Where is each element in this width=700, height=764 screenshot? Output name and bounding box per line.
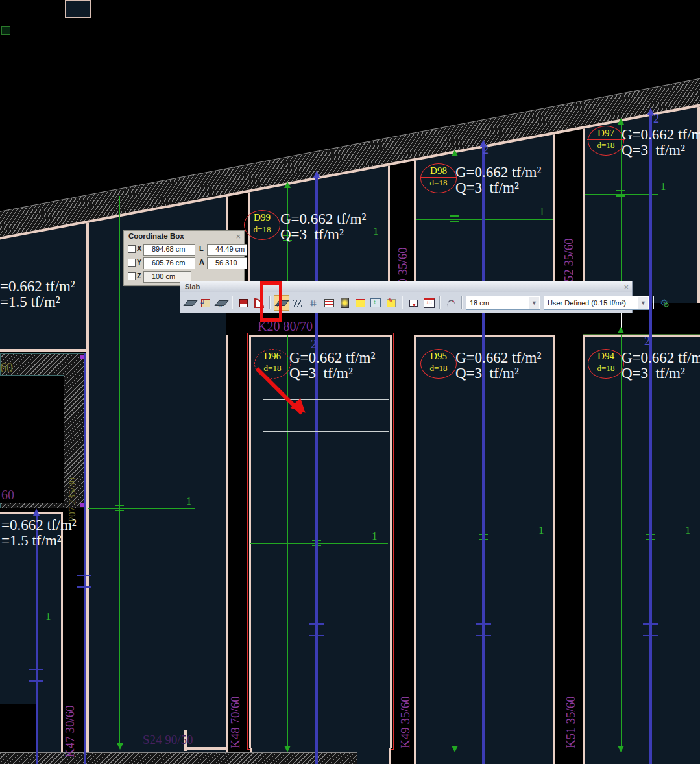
slab-boundary-icon[interactable]: [353, 296, 367, 310]
z-label: Z: [137, 272, 141, 280]
cad-canvas[interactable]: 1 1 1 1 1 1 1 1 2 2 2 2 D99 d=18 G=0.662…: [0, 0, 700, 764]
slab-tag-divider: [587, 363, 625, 363]
span-arrow-down: [452, 746, 458, 752]
slab-dead-load: G=0.662 tf/m²: [289, 350, 375, 366]
slab-edit-icon[interactable]: ✎: [384, 296, 398, 310]
axis-line: [0, 625, 61, 625]
axis-line: [416, 219, 553, 220]
coordinate-box-window[interactable]: Coordinate Box × X 894.68 cm L 44.49 cm …: [123, 230, 245, 286]
slab-thickness: d=18: [245, 224, 280, 235]
axis-number: 1: [372, 530, 378, 543]
x-lock-checkbox[interactable]: [128, 245, 136, 253]
slab-node-icon[interactable]: ▾: [406, 296, 420, 310]
slab-live-load: Q=3 tf/m²: [622, 366, 685, 381]
slab-tag-d94[interactable]: D94 d=18: [588, 349, 624, 379]
span-break: [643, 623, 658, 625]
slab-dead-load: G=0.662 tf/m²: [455, 350, 541, 366]
slab-live-load-cut: =1.5 tf/m²: [0, 294, 60, 310]
slab-load-value: User Defined (0.15 tf/m²): [548, 299, 626, 307]
axis-number: 1: [45, 610, 51, 623]
slab-live-load: Q=3 tf/m²: [455, 366, 519, 381]
span-direction-line: [84, 353, 86, 764]
y-label: Y: [137, 258, 141, 266]
toolbar-separator: [402, 296, 403, 309]
span-direction-arrow: [313, 171, 320, 178]
slab-dead-load: G=0.662 tf/m²: [622, 127, 700, 143]
x-value-field[interactable]: 894.68 cm: [143, 244, 195, 256]
slab-tag-d95[interactable]: D95 d=18: [420, 349, 457, 379]
close-icon[interactable]: ×: [235, 232, 241, 241]
slab-thickness-dropdown[interactable]: 18 cm ▼: [466, 296, 540, 310]
span-axis-line: [621, 335, 622, 750]
span-arrow-down: [117, 743, 123, 750]
stairs-icon[interactable]: [322, 296, 336, 310]
beam-label-cut: 60: [1, 488, 14, 503]
axis-number: 2: [483, 143, 489, 157]
slab-load-dropdown[interactable]: User Defined (0.15 tf/m²) ▼: [544, 296, 649, 310]
close-icon[interactable]: ×: [623, 283, 629, 291]
span-arrow-up: [618, 118, 624, 125]
beam-label-k51: K51 35/60: [564, 686, 578, 748]
slab-section-icon[interactable]: [236, 296, 250, 310]
slab-id: D98: [421, 164, 456, 177]
slab-id: D96: [255, 350, 290, 363]
slab-dimensions-icon[interactable]: ↔: [214, 296, 228, 310]
span-arrow-up: [452, 150, 458, 156]
slab-tag-d99[interactable]: D99 d=18: [244, 210, 280, 240]
span-break: [77, 575, 91, 576]
slab-loads-icon[interactable]: ↓↓↓: [422, 296, 436, 310]
axis-line: [585, 538, 700, 538]
arc-tool-icon[interactable]: ▴: [444, 296, 458, 310]
slab-tag-d98[interactable]: D98 d=18: [420, 163, 457, 193]
column-view-icon[interactable]: [337, 296, 352, 310]
axis-number: 1: [660, 180, 666, 193]
annotation-highlight-box: [260, 281, 282, 322]
slab-toolbar[interactable]: Slab × ↲ ↔ ◎ ⌗ ↕ ✎ ▾ ↓↓↓ ▴ 18 cm: [180, 281, 633, 313]
settings-gear-icon[interactable]: ⚙⚙: [657, 296, 671, 310]
chevron-down-icon[interactable]: ▼: [529, 297, 539, 309]
slab-toolbar-title: Slab: [180, 281, 632, 292]
span-arrow-up: [284, 182, 291, 188]
slab-dead-load: G=0.662 tf/m²: [280, 211, 366, 227]
axis-break: [115, 503, 124, 514]
slab-table-icon[interactable]: ↕: [368, 296, 383, 310]
toolbar-separator: [653, 296, 654, 309]
span-axis-line: [119, 196, 120, 745]
slab-hatch-icon[interactable]: ⌗: [306, 296, 320, 310]
y-value-field[interactable]: 605.76 cm: [143, 257, 195, 269]
span-break: [476, 635, 491, 636]
coordinate-box-title: Coordinate Box: [124, 231, 244, 242]
bottom-wall-hatch: [0, 752, 357, 764]
slab-id: D99: [245, 211, 280, 224]
drawn-rectangle: [263, 399, 389, 432]
ramp-icon[interactable]: [291, 296, 305, 310]
l-value-field[interactable]: 44.49 cm: [207, 244, 247, 256]
beam-label-cut: 60: [0, 361, 13, 376]
slab-thickness: d=18: [421, 363, 456, 374]
beam-label-s24: S24 90/50: [143, 733, 193, 747]
span-arrow-down: [284, 746, 291, 752]
wall-top-edge: [0, 349, 91, 352]
slab-tag-divider: [254, 363, 291, 363]
toolbar-separator: [461, 296, 463, 309]
axis-break: [616, 189, 625, 199]
slab-id: D94: [588, 350, 623, 363]
chevron-down-icon[interactable]: ▼: [638, 297, 648, 309]
slab-tag-divider: [243, 224, 281, 224]
coordinate-row-x: X 894.68 cm L 44.49 cm: [124, 243, 244, 257]
slab-tag-d97[interactable]: D97 d=18: [588, 126, 624, 156]
span-arrow-up: [618, 327, 624, 333]
slab-live-load: Q=3 tf/m²: [289, 366, 353, 381]
span-direction-line: [315, 178, 318, 764]
axis-number: 1: [538, 524, 544, 537]
slab-thickness: d=18: [588, 139, 623, 151]
slab-paste-icon[interactable]: ↲: [199, 296, 213, 310]
draw-slab-icon[interactable]: [183, 296, 197, 310]
span-axis-line: [455, 335, 455, 750]
beam-label-k47: K47 30/60: [63, 695, 77, 758]
a-value-field[interactable]: 56.310: [207, 257, 247, 269]
axis-break: [450, 214, 459, 224]
y-lock-checkbox[interactable]: [128, 259, 136, 267]
axis-line: [88, 508, 195, 509]
z-lock-checkbox[interactable]: [128, 272, 136, 280]
